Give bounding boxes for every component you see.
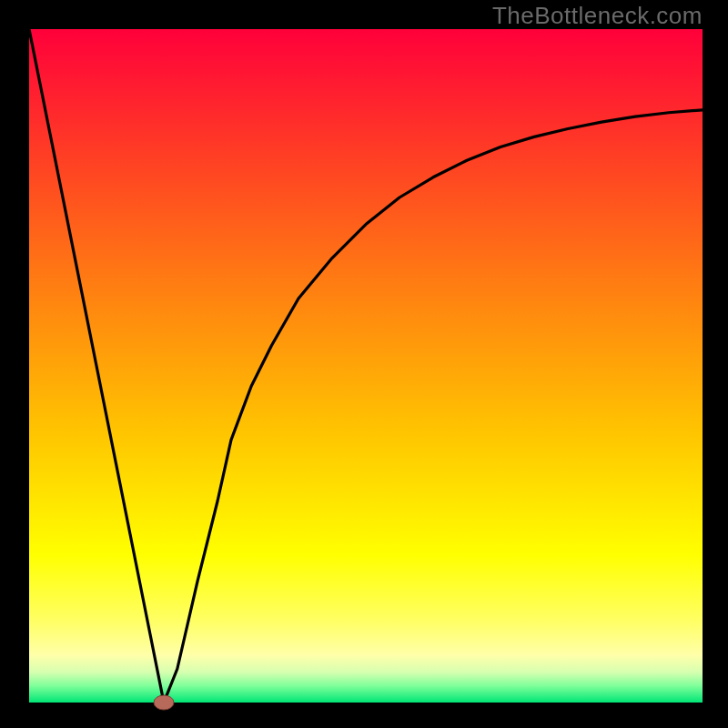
plot-background (29, 29, 703, 703)
minimum-marker (154, 695, 174, 710)
bottleneck-chart: TheBottleneck.com (0, 0, 728, 728)
watermark-label: TheBottleneck.com (492, 2, 703, 30)
chart-svg (0, 0, 728, 728)
